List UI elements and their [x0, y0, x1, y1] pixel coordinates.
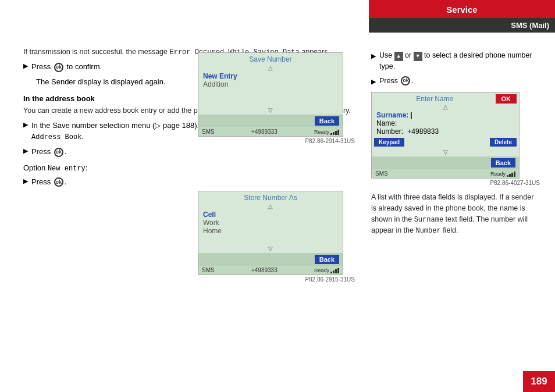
screen1-ready: Ready: [314, 129, 329, 135]
screen2-bottom: Back: [198, 253, 343, 266]
screen1-content: New Entry Addition: [198, 71, 343, 106]
ok-icon-4: ok: [401, 76, 410, 85]
bullet3-dot: .: [81, 132, 84, 141]
service-label: Service: [369, 0, 555, 18]
screen1-bottom: Back: [198, 115, 343, 127]
sms-label: SMS (Mail): [369, 18, 555, 33]
delete-btn[interactable]: Delete: [490, 138, 517, 147]
screen2-sms: SMS: [202, 267, 215, 273]
screen1-title: Save Number: [198, 53, 343, 65]
option-label: Option: [23, 163, 48, 172]
bullet4-text: .: [65, 147, 67, 156]
bullet3-code: Address Book: [31, 133, 81, 141]
screen1-sms: SMS: [202, 129, 215, 135]
intro-text1: If transmission is not succesful, the me…: [23, 48, 170, 56]
bullet2-text: The Sender display is displayed again.: [36, 76, 166, 88]
header: Service SMS (Mail): [369, 0, 555, 30]
screen2-item3: Home: [203, 227, 338, 235]
arrow-icon-1: ▶: [23, 62, 28, 70]
page-number: 189: [523, 371, 555, 392]
enter-name-title: Enter Name: [416, 95, 453, 103]
screen2-status: SMS +4989333 Ready: [198, 266, 343, 275]
right-column: ▶ Use ▲ or ▼ to select a desired phone n…: [371, 47, 540, 236]
up-arrow-2: △: [198, 203, 343, 209]
enter-name-titlebar: Enter Name OK: [372, 92, 519, 104]
right-para-end: field.: [441, 226, 458, 234]
enter-name-back-btn[interactable]: Back: [491, 158, 515, 168]
surname-label: Surname:: [376, 111, 408, 119]
screen1-item1: New Entry: [203, 72, 338, 80]
screen2-back-btn[interactable]: Back: [315, 255, 339, 264]
bullet5-text: .: [65, 177, 67, 186]
up-arrow-1: △: [198, 65, 343, 71]
up-arrow-icon: ▲: [394, 52, 403, 61]
ok-icon-3: ok: [54, 177, 63, 187]
signal-icon-1: [330, 129, 339, 135]
screen1-status-right: Ready: [314, 129, 339, 135]
save-number-screen: Save Number △ New Entry Addition ▽ Back …: [198, 52, 343, 137]
option-code: New entry: [48, 165, 86, 173]
number-label: Number:: [376, 127, 403, 136]
enter-name-ok-btn[interactable]: OK: [496, 94, 517, 104]
screen2-content: Cell Work Home: [198, 209, 343, 244]
enter-name-buttons: Keypad Delete: [372, 138, 519, 148]
cursor-icon: |: [410, 111, 412, 119]
ok-icon-1: ok: [54, 63, 63, 72]
screen1-item2: Addition: [203, 80, 338, 88]
right-bullet1: ▶ Use ▲ or ▼ to select a desired phone n…: [371, 50, 540, 72]
enter-name-sms: SMS: [375, 170, 388, 177]
enter-name-back-bar: Back: [372, 156, 519, 169]
bullet1-text: to confirm.: [65, 62, 102, 71]
use-text: Use: [379, 51, 394, 59]
bullet2-end: .: [411, 77, 413, 85]
right-bullet2: ▶ Press ok.: [371, 76, 540, 87]
keypad-btn[interactable]: Keypad: [374, 138, 404, 147]
arrow-icon-3: ▶: [23, 147, 28, 155]
enter-name-up-arrow: △: [372, 104, 519, 110]
enter-name-screen: Enter Name OK △ Surname: | Name: Number:…: [371, 92, 520, 179]
press-text: Press: [379, 77, 400, 85]
screen1-back-btn[interactable]: Back: [315, 116, 339, 126]
ok-icon-2: ok: [54, 148, 63, 157]
arrow-icon-2: ▶: [23, 121, 28, 129]
down-arrow-2: ▽: [198, 244, 343, 253]
screen1-status: SMS +4989333 Ready: [198, 127, 343, 136]
screen2-title: Store Number As: [198, 191, 343, 203]
screens-column: Save Number △ New Entry Addition ▽ Back …: [198, 52, 355, 283]
down-arrow-icon2: ▼: [414, 52, 422, 61]
number-value: +4989833: [407, 127, 439, 136]
screen2-item1: Cell: [203, 211, 338, 219]
screen1-container: Save Number △ New Entry Addition ▽ Back …: [198, 52, 355, 144]
screen2-number: +4989333: [251, 267, 278, 273]
surname-code: Surname: [414, 216, 443, 224]
signal-icon-2: [330, 268, 339, 273]
enter-name-content: Surname: | Name: Number: +4989833: [372, 110, 519, 138]
number-row: Number: +4989833: [376, 127, 514, 136]
screen1-number: +4989333: [251, 129, 278, 135]
surname-row: Surname: |: [376, 111, 514, 119]
right-para: A list with three data fields is display…: [371, 192, 540, 236]
screen2-ready: Ready: [314, 268, 329, 273]
screen2-item2: Work: [203, 219, 338, 227]
bullet3-text: In the Save number selection menu (▷ pag…: [31, 121, 215, 130]
store-number-screen: Store Number As △ Cell Work Home ▽ Back …: [198, 191, 343, 275]
enter-name-down-arrow: ▽: [372, 148, 519, 156]
arrow-icon-6: ▶: [371, 77, 376, 87]
screen2-caption: P82.86-2915-31US: [198, 276, 355, 283]
number-code: Number: [415, 227, 440, 235]
enter-name-status-right: Ready: [490, 171, 515, 177]
or-text: or: [405, 51, 414, 59]
screen2-container: Store Number As △ Cell Work Home ▽ Back …: [198, 191, 355, 283]
screen1-caption: P82.86-2914-31US: [198, 138, 355, 144]
name-label: Name:: [376, 119, 397, 127]
enter-name-caption: P82.86-4027-31US: [371, 180, 540, 186]
option-colon: :: [86, 163, 88, 172]
arrow-icon-4: ▶: [23, 177, 28, 185]
arrow-icon-5: ▶: [371, 51, 376, 61]
enter-name-ready: Ready: [490, 171, 506, 177]
down-arrow-1: ▽: [198, 106, 343, 115]
screen2-status-right: Ready: [314, 268, 339, 273]
name-row: Name:: [376, 119, 514, 127]
signal-icon-3: [507, 171, 515, 177]
enter-name-status: SMS Ready: [372, 169, 519, 178]
